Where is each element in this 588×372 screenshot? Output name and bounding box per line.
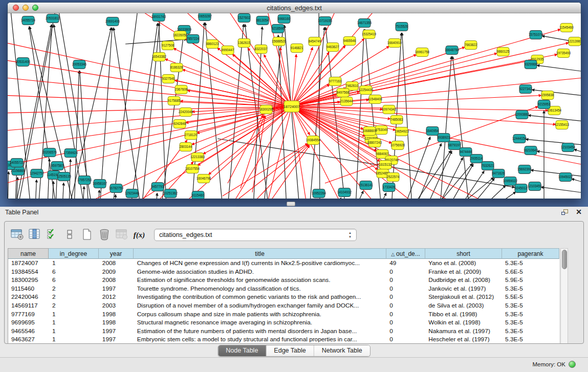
graph-node[interactable]: 20531812	[46, 14, 60, 23]
graph-node[interactable]: 18300295	[259, 105, 274, 114]
graph-node[interactable]: 15688520	[272, 37, 287, 46]
table-scrollbar-thumb[interactable]	[562, 250, 567, 269]
graph-node[interactable]: 9215953	[538, 100, 551, 109]
cell-year[interactable]: 1998	[99, 310, 134, 319]
graph-node[interactable]: 18107554	[185, 165, 200, 173]
cell-out_degree[interactable]: 0	[386, 268, 425, 276]
graph-node[interactable]: 7632621	[482, 162, 494, 170]
graph-node[interactable]: 9457791	[151, 183, 164, 191]
citation-edge[interactable]	[125, 39, 187, 44]
cell-short[interactable]: Yano et al. (2008)	[425, 259, 502, 268]
delete-column-button[interactable]	[97, 227, 112, 243]
cell-out_degree[interactable]: 0	[386, 310, 425, 319]
select-rows-button[interactable]	[45, 227, 60, 243]
table-row[interactable]: 946362711997Embryonic stem cells: a mode…	[8, 335, 559, 344]
column-header-name[interactable]: name	[8, 248, 49, 259]
graph-node[interactable]: 16648784	[445, 46, 460, 55]
graph-node[interactable]: 9242848	[173, 120, 186, 128]
graph-node[interactable]: 2718120	[185, 131, 198, 140]
graph-node[interactable]: 2935114	[470, 155, 483, 163]
graph-node[interactable]: 12103451	[528, 182, 542, 191]
citation-edge[interactable]	[62, 183, 63, 199]
citation-edge[interactable]	[8, 171, 9, 199]
cell-year[interactable]: 1998	[99, 318, 134, 327]
citation-edge[interactable]	[482, 185, 506, 199]
table-mode-button[interactable]	[10, 227, 25, 243]
memory-status-indicator[interactable]	[569, 361, 576, 368]
cell-name[interactable]: 9463627	[8, 335, 49, 344]
cell-in_degree[interactable]: 1	[49, 335, 99, 344]
cell-year[interactable]: 2008	[99, 259, 134, 268]
graph-node[interactable]: 1527602	[238, 14, 251, 23]
cell-name[interactable]: 9777169	[8, 310, 49, 319]
graph-node[interactable]: 10959022	[503, 177, 518, 186]
citation-edge[interactable]	[537, 65, 581, 72]
table-selector-dropdown[interactable]: citations_edges.txt▲▼	[154, 229, 357, 241]
citation-edge[interactable]	[356, 29, 364, 199]
citation-edge-red[interactable]	[173, 48, 292, 106]
citation-edge[interactable]	[356, 191, 363, 199]
table-row[interactable]: 1872400712008Changes of HCN gene express…	[8, 259, 559, 268]
cell-pagerank[interactable]: 5.3E-5	[502, 310, 559, 319]
cell-in_degree[interactable]: 1	[49, 259, 99, 268]
cell-out_degree[interactable]: 0	[386, 293, 425, 301]
table-row[interactable]: 946554611997Estimation of the future num…	[8, 327, 559, 336]
graph-node[interactable]: 8497568	[337, 89, 350, 97]
cell-short[interactable]: Wolkin et al. (1998)	[425, 318, 502, 327]
column-header-out_degree[interactable]: △out_de...	[386, 248, 425, 259]
function-builder-button[interactable]: f(x)	[132, 227, 147, 243]
cell-year[interactable]: 2003	[99, 301, 134, 310]
graph-node[interactable]: 8322037	[255, 45, 268, 54]
citation-edge[interactable]	[528, 115, 581, 122]
cell-out_degree[interactable]: 0	[386, 335, 425, 344]
cell-in_degree[interactable]: 1	[49, 318, 99, 327]
tab-edge-table[interactable]: Edge Table	[266, 345, 314, 356]
cell-pagerank[interactable]: 5.3E-5	[502, 327, 559, 336]
citation-edge-red[interactable]	[292, 106, 375, 128]
close-icon[interactable]: ✕	[576, 208, 582, 216]
graph-node[interactable]: 8753049	[375, 126, 388, 135]
graph-node[interactable]: 7515526	[396, 23, 408, 31]
graph-node[interactable]: 12103454	[561, 143, 576, 152]
graph-node[interactable]: 20691406	[105, 17, 120, 26]
new-column-button[interactable]	[79, 227, 95, 243]
cell-in_degree[interactable]: 1	[49, 327, 99, 336]
cell-title[interactable]: Estimation of the future numbers of pati…	[134, 327, 387, 336]
graph-node[interactable]: 1640954	[426, 127, 439, 136]
graph-node[interactable]: 9465546	[343, 37, 356, 46]
graph-node[interactable]: 19654923	[395, 127, 409, 136]
cell-year[interactable]: 2012	[99, 293, 134, 301]
citation-edge-red[interactable]	[325, 106, 538, 183]
graph-node[interactable]: 14055721	[10, 159, 25, 167]
cell-title[interactable]: Embryonic stem cells: a model to study s…	[134, 335, 387, 344]
cell-out_degree[interactable]: 0	[386, 318, 425, 327]
citation-edge[interactable]	[114, 28, 141, 199]
cell-name[interactable]: 18724007	[8, 259, 49, 268]
graph-node[interactable]: 14104932	[337, 188, 352, 197]
tab-node-table[interactable]: Node Table	[218, 345, 266, 356]
network-view[interactable]: 1405572420531812206914061893174310653287…	[8, 13, 581, 199]
cell-pagerank[interactable]: 5.3E-5	[502, 335, 559, 344]
graph-node[interactable]: 20531406	[16, 58, 31, 67]
column-header-short[interactable]: short	[425, 248, 502, 259]
tab-network-table[interactable]: Network Table	[314, 345, 370, 356]
graph-node[interactable]: 16046798	[197, 174, 211, 183]
window-titlebar[interactable]: citations_edges.txt	[8, 3, 581, 13]
citation-edge-red[interactable]	[292, 54, 296, 106]
citation-edge[interactable]	[448, 164, 473, 199]
cell-out_degree[interactable]: 0	[386, 285, 425, 293]
graph-node[interactable]: 15751074	[529, 31, 543, 39]
graph-node[interactable]: 16958167	[93, 180, 107, 188]
graph-node[interactable]: 9990447	[222, 46, 234, 55]
graph-node[interactable]: 12505135	[57, 172, 72, 181]
graph-node[interactable]: 9227342	[519, 85, 532, 94]
graph-node[interactable]: 1615132	[379, 161, 392, 169]
cell-out_degree[interactable]: 0	[386, 301, 425, 310]
graph-node[interactable]: 12213987	[568, 37, 581, 46]
cell-pagerank[interactable]: 5.3E-5	[502, 301, 559, 310]
table-row[interactable]: 1456911722003Disruption of a novel membe…	[8, 301, 559, 310]
graph-node[interactable]: 18226058	[173, 31, 188, 40]
cell-short[interactable]: Franke et al. (2009)	[425, 268, 502, 276]
graph-node[interactable]: 12923446	[125, 189, 140, 198]
graph-node[interactable]: 10251362	[163, 189, 178, 198]
